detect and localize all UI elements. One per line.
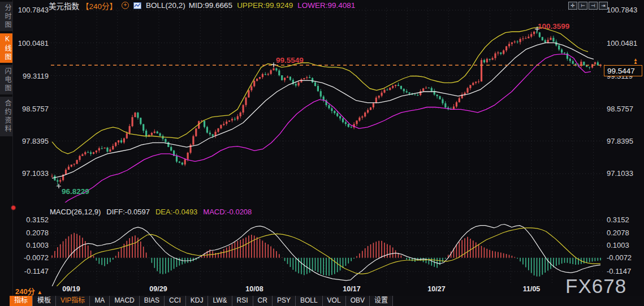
- circle-plus-icon[interactable]: +: [122, 2, 129, 9]
- toolbar-item-bias[interactable]: BIAS: [140, 296, 165, 306]
- x-date: 09/19: [62, 285, 80, 293]
- y-tick: 97.8395: [11, 137, 49, 145]
- chart-header: 美元指数 【240分】 + BOLL(20,2) MID:99.6665 UPP…: [49, 1, 355, 10]
- x-date: 11/05: [523, 285, 541, 293]
- trading-terminal: 分时图 K线图 闪电图 合约资料 美元指数 【240分】 + BOLL(20,2…: [0, 0, 644, 306]
- macd-tick: -0.1147: [607, 267, 644, 275]
- macd-tick: 0.1003: [11, 241, 49, 249]
- macd-tick: -0.0072: [607, 253, 644, 262]
- y-tick: 98.5757: [607, 105, 644, 113]
- sidebar-item-flash-chart[interactable]: 闪电图: [0, 65, 12, 94]
- macd-title: MACD(26,12,9): [50, 208, 101, 216]
- y-tick: 100.7843: [11, 6, 49, 14]
- toolbar-item-macd[interactable]: MACD: [110, 296, 139, 306]
- toolbar-item-lwr[interactable]: LW&: [208, 296, 232, 306]
- macd-tick: 0.3152: [607, 216, 644, 224]
- high-price-annotation: 100.3599: [538, 22, 569, 31]
- symbol-name: 美元指数: [49, 0, 79, 11]
- chevron-up-icon: ▲: [37, 289, 42, 295]
- y-tick: 100.0481: [11, 39, 49, 48]
- toolbar-item-ma[interactable]: MA: [90, 296, 110, 306]
- boll-mid-value: MID:99.6665: [189, 1, 232, 10]
- x-date: 10/27: [427, 285, 445, 293]
- toolbar-item-cr[interactable]: CR: [253, 296, 273, 306]
- macd-header: MACD(26,12,9) DIFF:-0.0597 DEA:-0.0493 M…: [50, 208, 252, 216]
- watermark: FX678: [565, 275, 626, 298]
- low-price-annotation: 96.8229: [62, 187, 89, 196]
- price-marker-icon: ▲▲: [633, 58, 638, 64]
- indicator-toolbar: 指标 模板 VIP指标 MA MACD BIAS CCI KDJ LW& RSI…: [10, 296, 644, 306]
- chart-canvas[interactable]: [0, 0, 644, 306]
- toolbar-item-vip[interactable]: VIP指标: [56, 296, 90, 306]
- toolbar-item-settings[interactable]: 设置: [370, 296, 393, 306]
- boll-lower-value: LOWER:99.4081: [297, 1, 355, 10]
- x-date: 09/29: [149, 285, 167, 293]
- macd-tick: 0.3152: [11, 216, 49, 224]
- macd-diff-value: DIFF:-0.0597: [106, 208, 150, 216]
- macd-tick: -0.0072: [11, 253, 49, 262]
- toolbar-item-cci[interactable]: CCI: [165, 296, 186, 306]
- sidebar-item-kline-chart[interactable]: K线图: [0, 33, 12, 63]
- toolbar-item-obv[interactable]: OBV: [346, 296, 370, 306]
- period-selector[interactable]: 240分 ▲: [15, 286, 42, 296]
- toolbar-item-boll[interactable]: BOLL: [296, 296, 323, 306]
- last-price-tag: 99.5447: [604, 65, 642, 76]
- x-date: 10/08: [245, 285, 263, 293]
- y-tick: 100.7843: [607, 6, 644, 14]
- y-tick: 98.5757: [11, 105, 49, 113]
- toolbar-item-indicator[interactable]: 指标: [10, 296, 33, 306]
- x-date: 10/17: [343, 285, 360, 293]
- toolbar-item-psy[interactable]: PSY: [273, 296, 296, 306]
- fit-y-axis-icon[interactable]: ⊢: [578, 2, 587, 10]
- macd-tick: 0.2078: [607, 229, 644, 237]
- sidebar-item-time-chart[interactable]: 分时图: [0, 2, 12, 31]
- boll-upper-value: UPPER:99.9249: [237, 1, 293, 10]
- chart-tools: ✛ ⊢ ⊣ ⇥: [568, 2, 608, 10]
- boll-params: BOLL(20,2): [146, 1, 185, 10]
- toolbar-item-template[interactable]: 模板: [33, 296, 56, 306]
- y-tick: 100.0481: [607, 39, 644, 48]
- indicator-thumbnail-icon[interactable]: [133, 2, 141, 9]
- toolbar-item-kdj[interactable]: KDJ: [186, 296, 209, 306]
- y-tick: 97.1033: [607, 169, 644, 178]
- macd-tick: 0.2078: [11, 229, 49, 237]
- y-tick: 99.3119: [11, 72, 49, 80]
- toolbar-item-rsi[interactable]: RSI: [232, 296, 253, 306]
- sidebar-item-contract-info[interactable]: 合约资料: [0, 97, 12, 136]
- macd-dea-value: DEA:-0.0493: [155, 208, 197, 216]
- alert-icon[interactable]: ✹: [10, 204, 16, 212]
- crosshair-icon[interactable]: ✛: [568, 2, 577, 10]
- y-tick: 97.1033: [11, 169, 49, 178]
- macd-macd-value: MACD:-0.0208: [203, 208, 252, 216]
- y-tick: 97.8395: [607, 137, 644, 145]
- macd-tick: 0.1003: [607, 241, 644, 249]
- fit-x-axis-icon[interactable]: ⊣: [589, 2, 598, 10]
- macd-tick: -0.1147: [11, 267, 49, 275]
- toolbar-item-vol[interactable]: VOL: [323, 296, 346, 306]
- period-label: 【240分】: [81, 0, 117, 11]
- high-price-annotation: 99.5549: [276, 56, 304, 64]
